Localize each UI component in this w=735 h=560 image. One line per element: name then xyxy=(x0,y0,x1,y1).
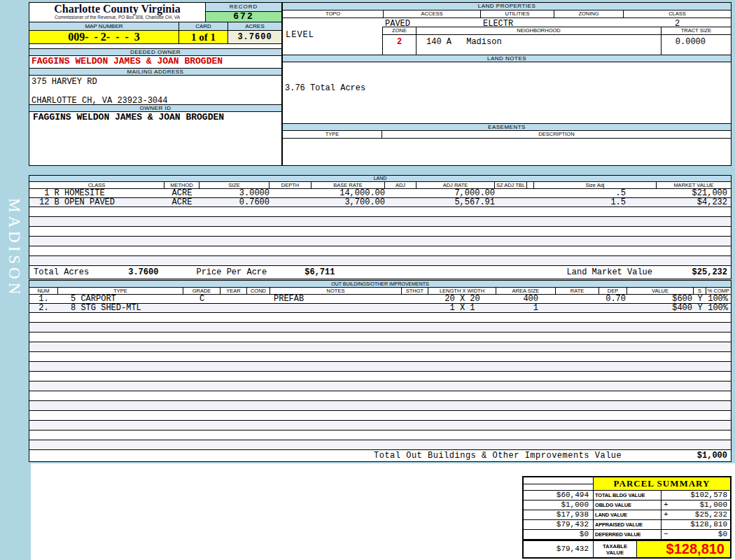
neighborhood-name: Madison xyxy=(466,37,501,47)
col-method: METHOD xyxy=(164,182,200,188)
taxable-label: TAXABLE VALUE xyxy=(594,541,637,557)
topo-label: TOPO xyxy=(283,10,384,18)
col-adj: ADJ xyxy=(385,182,416,188)
col-cond: COND xyxy=(247,288,270,294)
acres-value: 3.7600 xyxy=(228,31,281,43)
col-size-adj: Size Adj xyxy=(534,182,657,188)
parcel-summary-header: PARCEL SUMMARY xyxy=(524,477,730,491)
price-per-acre-label: Price Per Acre xyxy=(196,266,267,280)
cell-grade xyxy=(183,304,220,312)
land-notes-title: LAND NOTES xyxy=(283,55,731,62)
taxable-value: $128,810 xyxy=(637,541,730,557)
out-building-row-empty xyxy=(29,430,731,440)
cell-dep: 0.70 xyxy=(599,295,627,303)
col-size: SIZE xyxy=(200,182,270,188)
parcel-summary-title: PARCEL SUMMARY xyxy=(594,477,730,490)
prior-value: $0 xyxy=(524,530,594,539)
parcel-summary-header-left xyxy=(524,477,594,490)
map-number-value: 009- - 2- - - 3 xyxy=(29,31,179,43)
col-value: VALUE xyxy=(627,288,694,294)
map-value-row: 009- - 2- - - 3 1 of 1 3.7600 xyxy=(29,31,281,44)
cell-base-rate: 14,000.00 xyxy=(312,189,385,197)
prior-value: $79,432 xyxy=(524,520,594,529)
land-table-title: LAND xyxy=(29,176,731,182)
land-properties-header-row: TOPO ACCESS UTILITIES ZONING CLASS xyxy=(283,10,731,18)
map-header-row: MAP NUMBER CARD ACRES xyxy=(29,22,281,31)
cell-adj xyxy=(385,189,416,197)
county-title: Charlotte County Virginia xyxy=(29,4,205,15)
cell-notes xyxy=(270,304,402,312)
out-building-row: 2. 8 STG SHED-MTL 1 X 1 1 $400 Y 100% xyxy=(29,304,731,313)
cell-adj-rate: 5,567.91 xyxy=(416,198,495,206)
out-building-row-empty xyxy=(29,323,731,332)
cell-grade: C xyxy=(183,295,220,303)
cell-length-width: 1 X 1 xyxy=(428,304,496,312)
row-op xyxy=(662,491,671,500)
out-building-row-empty xyxy=(29,391,731,401)
neighborhood-value: 140 A Madison xyxy=(416,35,662,55)
commissioner-line: Commissioner of the Revenue, PO Box 308,… xyxy=(29,15,205,20)
row-label: OBLDG VALUE xyxy=(594,500,662,510)
summary-row-deferred: $0 DEFERRED VALUE − $0 xyxy=(524,530,730,540)
land-row-empty xyxy=(29,207,731,217)
out-building-row-empty xyxy=(29,313,731,323)
cell-adj-rate: 7,000.00 xyxy=(416,189,495,197)
land-row: 12 B OPEN PAVED ACRE 0.7600 3,700.00 5,5… xyxy=(29,198,731,207)
prior-value: $17,938 xyxy=(524,510,594,519)
cell-market-value: $4,232 xyxy=(657,198,731,206)
col-market-value: MARKET VALUE xyxy=(657,182,731,188)
neighborhood-label: NEIGHBORHOOD xyxy=(416,27,662,34)
easements-header-row: TYPE DESCRIPTION xyxy=(283,131,731,139)
out-buildings-title: OUT BUILDINGS/OTHER IMPROVEMENTS xyxy=(29,281,731,288)
cell-rate xyxy=(556,295,599,303)
easement-description-label: DESCRIPTION xyxy=(382,131,731,138)
cell-rate xyxy=(556,304,599,312)
owner-id-value: FAGGINS WELDON JAMES & JOAN BROGDEN xyxy=(29,112,281,124)
out-building-row-empty xyxy=(29,401,731,411)
land-row-empty xyxy=(29,256,731,266)
col-area-size: AREA SIZE xyxy=(496,288,556,294)
zone-header-row: ZONE NEIGHBORHOOD TRACT SIZE xyxy=(383,27,731,35)
col-type: TYPE xyxy=(58,288,183,294)
cell-market-value: $21,000 xyxy=(657,189,731,197)
cell-year xyxy=(220,304,247,312)
acres-label: ACRES xyxy=(228,22,281,30)
cell-size: 3.0000 xyxy=(200,189,270,197)
row-label: APPRAISED VALUE xyxy=(594,520,662,529)
zoning-label: ZONING xyxy=(554,10,624,18)
col-comp: % COMP xyxy=(706,288,731,294)
easement-type-label: TYPE xyxy=(283,131,382,138)
taxable-prior-value: $79,432 xyxy=(524,541,594,557)
col-s: S xyxy=(694,288,706,294)
out-building-row-empty xyxy=(29,332,731,342)
col-sz-adj-tbl: SZ ADJ TBL xyxy=(495,182,527,188)
out-buildings-total-value: $1,000 xyxy=(622,450,731,463)
cell-num: 2. xyxy=(29,304,58,312)
prior-value: $60,494 xyxy=(524,491,594,500)
col-depth: DEPTH xyxy=(270,182,312,188)
cell-blank xyxy=(527,198,534,206)
col-blank xyxy=(527,182,534,188)
row-value-cell: − $0 xyxy=(662,530,730,539)
row-value-cell: + $25,232 xyxy=(662,510,730,519)
row-op: + xyxy=(662,500,671,510)
row-value: $128,810 xyxy=(671,520,730,529)
cell-s: Y xyxy=(694,304,706,312)
cell-method: ACRE xyxy=(164,189,200,197)
cell-size-adj: 1.5 xyxy=(534,198,657,206)
cell-year xyxy=(220,295,247,303)
out-buildings-total-label: Total Out Buildings & Other Improvements… xyxy=(374,450,622,463)
class-label: CLASS xyxy=(624,10,731,18)
land-table: LAND CLASS METHOD SIZE DEPTH BASE RATE A… xyxy=(29,175,732,279)
land-note: 3.76 Total Acres xyxy=(285,83,365,93)
parcel-summary: PARCEL SUMMARY $60,494 TOTAL BLDG VALUE … xyxy=(522,476,732,559)
cell-notes: PREFAB xyxy=(270,295,402,303)
row-value-cell: $102,578 xyxy=(662,491,730,500)
record-value: 672 xyxy=(206,12,281,22)
record-cell: RECORD 672 xyxy=(206,3,281,22)
land-row-empty xyxy=(29,237,731,246)
easements-title: EASEMENTS xyxy=(283,123,731,131)
summary-row-appraised: $79,432 APPRAISED VALUE $128,810 xyxy=(524,520,730,530)
land-properties-values: PAVED ELECTR 2 LEVEL ZONE NEIGHBORHOOD T… xyxy=(283,18,731,55)
row-value: $0 xyxy=(671,530,730,539)
